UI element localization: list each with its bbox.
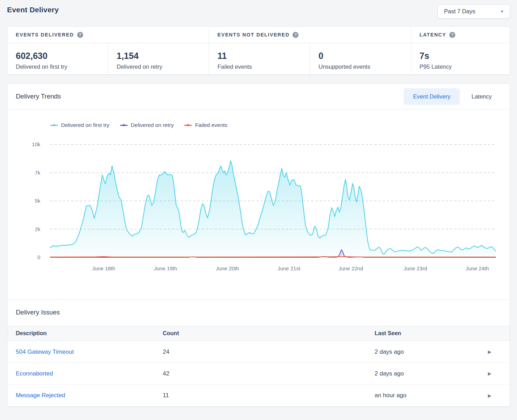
stat-group-label: EVENTS NOT DELIVERED <box>217 32 289 38</box>
issue-link[interactable]: 504 Gateway Timeout <box>16 348 74 355</box>
stat-group-label: EVENTS DELIVERED <box>16 32 74 38</box>
svg-text:June 22nd: June 22nd <box>338 265 363 271</box>
svg-text:June 21st: June 21st <box>277 265 301 271</box>
svg-text:June 18th: June 18th <box>92 265 115 271</box>
stat-label: Failed events <box>217 63 301 70</box>
trends-tabs: Event Delivery Latency <box>404 88 501 105</box>
svg-text:5k: 5k <box>35 198 40 204</box>
svg-text:June 19th: June 19th <box>154 265 177 271</box>
stat-p95-latency: 7s P95 Latency <box>411 43 510 78</box>
stat-value: 1,154 <box>117 51 201 61</box>
chevron-down-icon: ▼ <box>500 9 504 13</box>
svg-text:2k: 2k <box>35 226 40 232</box>
legend-label: Delivered on retry <box>131 122 174 128</box>
column-header-description: Description <box>16 330 163 337</box>
table-row[interactable]: Econnaborted 42 2 days ago ▶ <box>7 363 510 385</box>
help-icon[interactable]: ? <box>449 32 455 38</box>
help-icon[interactable]: ? <box>293 32 298 38</box>
issue-link[interactable]: Econnaborted <box>16 370 53 377</box>
stat-value: 7s <box>419 51 501 61</box>
tab-event-delivery[interactable]: Event Delivery <box>404 88 460 105</box>
delivery-issues-table: Description Count Last Seen 504 Gateway … <box>7 326 510 406</box>
legend-item-failed[interactable]: Failed events <box>184 122 227 128</box>
chevron-right-icon[interactable]: ▶ <box>488 393 510 398</box>
help-icon[interactable]: ? <box>77 32 83 38</box>
chevron-right-icon[interactable]: ▶ <box>488 371 510 376</box>
line-marker-icon <box>50 125 58 126</box>
svg-text:10k: 10k <box>32 141 41 147</box>
stat-group-latency: LATENCY ? 7s P95 Latency <box>411 27 510 74</box>
issue-last-seen: an hour ago <box>375 392 488 399</box>
stat-value: 11 <box>217 51 301 61</box>
issues-title: Delivery Issues <box>16 309 510 316</box>
section-divider <box>7 299 510 300</box>
issue-count: 24 <box>163 348 375 355</box>
chevron-right-icon[interactable]: ▶ <box>488 349 510 354</box>
issue-count: 42 <box>163 370 375 377</box>
table-row[interactable]: Message Rejected 11 an hour ago ▶ <box>7 385 510 406</box>
line-marker-icon <box>120 125 128 126</box>
issue-last-seen: 2 days ago <box>375 370 488 377</box>
legend-item-first-try[interactable]: Delivered on first try <box>50 122 109 128</box>
trends-header: Delivery Trends Event Delivery Latency <box>7 84 510 109</box>
stat-first-try: 602,630 Delivered on first try <box>7 43 108 78</box>
stat-group-events-not-delivered: EVENTS NOT DELIVERED ? 11 Failed events … <box>209 27 411 74</box>
svg-text:7k: 7k <box>35 170 40 176</box>
column-header-last-seen: Last Seen <box>375 330 488 337</box>
issue-count: 11 <box>163 392 375 399</box>
stat-value: 602,630 <box>16 51 100 61</box>
summary-stats-card: EVENTS DELIVERED ? 602,630 Delivered on … <box>7 26 510 75</box>
svg-text:June 20th: June 20th <box>216 265 239 271</box>
svg-text:0: 0 <box>38 254 40 260</box>
issue-last-seen: 2 days ago <box>375 348 488 355</box>
delivery-trends-card: Delivery Trends Event Delivery Latency D… <box>7 83 510 407</box>
stat-group-events-delivered: EVENTS DELIVERED ? 602,630 Delivered on … <box>7 27 209 74</box>
trends-title: Delivery Trends <box>16 93 61 100</box>
table-row[interactable]: 504 Gateway Timeout 24 2 days ago ▶ <box>7 341 510 363</box>
tab-latency[interactable]: Latency <box>462 88 501 105</box>
legend-label: Failed events <box>195 122 227 128</box>
page-title: Event Delivery <box>7 4 59 14</box>
stat-label: P95 Latency <box>419 63 501 70</box>
legend-label: Delivered on first try <box>61 122 109 128</box>
line-marker-icon <box>184 125 192 126</box>
stat-unsupported: 0 Unsupported events <box>310 43 411 78</box>
delivery-trends-chart[interactable]: 02k5k7k10kJune 18thJune 19thJune 20thJun… <box>7 129 511 280</box>
stat-label: Delivered on first try <box>16 63 100 70</box>
time-range-value: Past 7 Days <box>444 8 475 15</box>
stat-label: Delivered on retry <box>117 63 201 70</box>
time-range-dropdown[interactable]: Past 7 Days ▼ <box>437 4 510 19</box>
svg-text:June 23rd: June 23rd <box>404 265 427 271</box>
stat-group-label: LATENCY <box>419 32 446 38</box>
legend-item-retry[interactable]: Delivered on retry <box>120 122 174 128</box>
stat-retry: 1,154 Delivered on retry <box>108 43 209 78</box>
table-header-row: Description Count Last Seen <box>7 326 510 341</box>
topbar: Event Delivery Past 7 Days ▼ <box>7 4 510 18</box>
svg-text:June 24th: June 24th <box>466 265 489 271</box>
issue-link[interactable]: Message Rejected <box>16 392 65 399</box>
column-header-count: Count <box>163 330 375 337</box>
stat-value: 0 <box>318 51 402 61</box>
chart-legend: Delivered on first try Delivered on retr… <box>50 121 510 129</box>
stat-label: Unsupported events <box>318 63 402 70</box>
stat-failed: 11 Failed events <box>209 43 310 78</box>
